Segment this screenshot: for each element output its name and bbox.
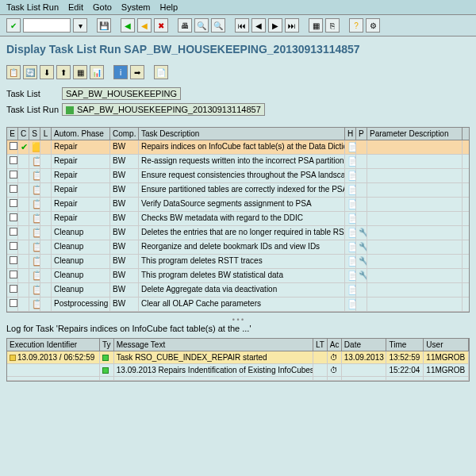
table-row[interactable]: 📋CleanupBWReorganize and delete bookmark… (7, 240, 469, 255)
log-row[interactable]: 13.09.2013 / 06:52:59Task RSO_CUBE_INDEX… (7, 351, 469, 364)
save-icon[interactable]: 💾 (97, 18, 111, 33)
table-row[interactable]: 📋RepairBWRe-assign requests written into… (7, 155, 469, 169)
tool-icon-2[interactable]: 🔄 (23, 65, 37, 79)
row-checkbox[interactable] (10, 285, 17, 293)
menu-goto[interactable]: Goto (93, 2, 112, 12)
row-checkbox[interactable] (10, 299, 17, 307)
exit-icon[interactable]: ◀ (137, 18, 152, 33)
log-grid-body: 13.09.2013 / 06:52:59Task RSO_CUBE_INDEX… (7, 351, 469, 381)
table-row[interactable]: 📋CleanupBWDelete Aggregate data via deac… (7, 283, 469, 298)
next-page-icon[interactable]: ▶ (268, 18, 282, 33)
dropdown-icon[interactable]: ▾ (73, 18, 87, 33)
find-next-icon[interactable]: 🔍 (211, 18, 225, 33)
doc-icon[interactable]: 📄 (347, 228, 356, 237)
task-grid-header: E C S L Autom. Phase Comp. Task Descript… (7, 128, 469, 140)
back-icon[interactable]: ◀ (121, 18, 135, 33)
tool-icon-6[interactable]: 📊 (90, 65, 104, 79)
doc-icon[interactable]: 📄 (347, 142, 356, 152)
table-row[interactable]: 📋RepairBWEnsure request consistencies th… (7, 169, 469, 183)
doc-icon[interactable]: 📄 (347, 171, 356, 180)
log-row[interactable]: 13.09.2013 Repairs Indentification of Ex… (7, 364, 469, 377)
row-checkbox[interactable] (10, 171, 17, 178)
row-checkbox[interactable] (10, 256, 17, 264)
logcol-exec[interactable]: Execution Identifier (7, 339, 100, 351)
row-checkbox[interactable] (10, 242, 17, 250)
table-row[interactable]: 📋RepairBWEnsure partitioned tables are c… (7, 183, 469, 198)
doc-icon[interactable]: 📄 (347, 256, 356, 266)
menu-help[interactable]: Help (160, 2, 178, 12)
doc-icon[interactable]: 📄 (347, 213, 356, 223)
logcol-lt[interactable]: LT (313, 339, 328, 351)
row-checkbox[interactable] (10, 142, 17, 150)
logcol-time[interactable]: Time (386, 339, 424, 351)
tool-icon-9[interactable]: 📄 (154, 65, 168, 79)
logcol-user[interactable]: User (424, 339, 469, 351)
table-row[interactable]: 📋PostprocessingBWClear all OLAP Cache pa… (7, 298, 469, 312)
doc-icon[interactable]: 📄 (347, 299, 356, 309)
doc-icon[interactable]: 📄 (347, 156, 356, 166)
table-row[interactable]: 📋CleanupBWThis program deletes BW statis… (7, 269, 469, 283)
info-icon[interactable]: i (113, 65, 128, 79)
doc-icon[interactable]: 📄 (347, 185, 356, 194)
row-checkbox[interactable] (10, 213, 17, 221)
menu-system[interactable]: System (121, 2, 151, 12)
param-icon[interactable]: 🔧 (359, 256, 367, 266)
col-h[interactable]: H (345, 128, 356, 140)
print-icon[interactable]: 🖶 (178, 18, 192, 33)
tool-icon-8[interactable]: ➡ (130, 65, 144, 79)
col-s[interactable]: S (29, 128, 40, 140)
tool-icon-3[interactable]: ⬇ (40, 65, 54, 79)
log-grid-header: Execution Identifier Ty Message Text LT … (7, 339, 469, 351)
logcol-msg[interactable]: Message Text (114, 339, 313, 351)
ok-icon[interactable]: ✔ (6, 18, 21, 33)
col-desc[interactable]: Task Description (139, 128, 345, 140)
row-checkbox[interactable] (10, 156, 17, 164)
table-row[interactable]: ✔🟨RepairBWRepairs indices on InfoCube fa… (7, 140, 469, 155)
col-e[interactable]: E (7, 128, 18, 140)
help-icon[interactable]: ? (349, 18, 363, 33)
row-checkbox[interactable] (10, 199, 17, 207)
logcol-date[interactable]: Date (342, 339, 387, 351)
menu-edit[interactable]: Edit (68, 2, 83, 12)
col-comp[interactable]: Comp. (110, 128, 139, 140)
shortcut-icon[interactable]: ⎘ (325, 18, 340, 33)
first-page-icon[interactable]: ⏮ (235, 18, 249, 33)
doc-icon[interactable]: 📄 (347, 285, 356, 294)
row-checkbox[interactable] (10, 271, 17, 278)
row-checkbox[interactable] (10, 185, 17, 193)
last-page-icon[interactable]: ⏭ (285, 18, 299, 33)
tool-icon-5[interactable]: ▦ (73, 65, 87, 79)
param-icon[interactable]: 🔧 (359, 242, 367, 251)
table-row[interactable]: 📋CleanupBWDeletes the entries that are n… (7, 226, 469, 240)
prev-page-icon[interactable]: ◀ (251, 18, 266, 33)
menu-tasklistrun[interactable]: Task List Run (6, 2, 59, 12)
table-row[interactable]: 📋RepairBWVerify DataSource segments assi… (7, 198, 469, 212)
status-icon: 📋 (32, 171, 40, 180)
col-p[interactable]: P (356, 128, 367, 140)
status-icon: 🟨 (32, 142, 40, 152)
doc-icon[interactable]: 📄 (347, 271, 356, 280)
doc-icon[interactable]: 📄 (347, 242, 356, 251)
table-row[interactable]: 📋RepairBWChecks BW metadata with regard … (7, 212, 469, 226)
col-phase[interactable]: Autom. Phase (52, 128, 110, 140)
table-row[interactable]: 📋CleanupBWThis program deletes RSTT trac… (7, 255, 469, 269)
cancel-icon[interactable]: ✖ (154, 18, 168, 33)
tool-icon-1[interactable]: 📋 (6, 65, 21, 79)
param-icon[interactable]: 🔧 (359, 271, 367, 280)
row-checkbox[interactable] (10, 228, 17, 236)
layout-icon[interactable]: ⚙ (366, 18, 380, 33)
col-param[interactable]: Parameter Description (367, 128, 463, 140)
log-row[interactable] (7, 377, 469, 381)
param-icon[interactable]: 🔧 (359, 228, 367, 237)
col-l[interactable]: L (40, 128, 52, 140)
col-c[interactable]: C (18, 128, 29, 140)
new-session-icon[interactable]: ▦ (309, 18, 323, 33)
status-icon: 📋 (32, 199, 40, 209)
logcol-type[interactable]: Ty (100, 339, 114, 351)
doc-icon[interactable]: 📄 (347, 199, 356, 209)
logcol-ac[interactable]: Ac (328, 339, 342, 351)
command-field[interactable] (23, 18, 71, 33)
tool-icon-4[interactable]: ⬆ (56, 65, 71, 79)
find-icon[interactable]: 🔍 (194, 18, 209, 33)
tasklistrun-label: Task List Run (6, 105, 62, 114)
